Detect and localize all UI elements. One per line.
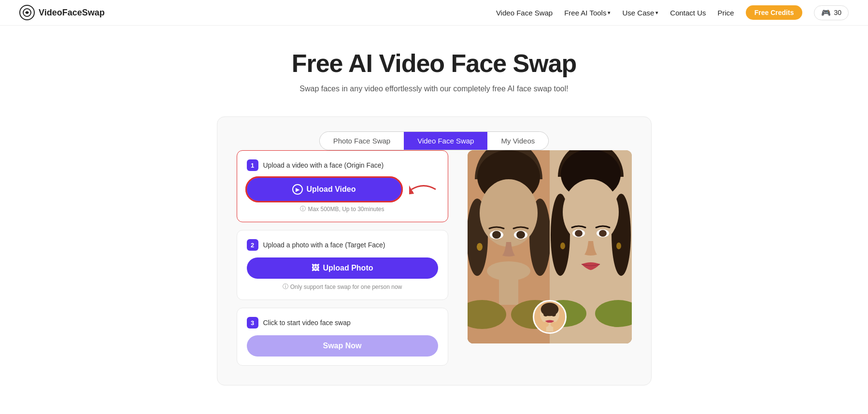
svg-point-37 bbox=[543, 313, 548, 316]
upload-photo-icon: 🖼 bbox=[312, 264, 319, 272]
step-1-hint: ⓘ Max 500MB, Up to 30minutes bbox=[247, 205, 438, 213]
step-3-title: Click to start video face swap bbox=[263, 319, 351, 327]
svg-point-16 bbox=[477, 243, 483, 251]
credits-icon: 🎮 bbox=[821, 8, 831, 17]
svg-point-26 bbox=[575, 230, 583, 237]
step-3-header: 3 Click to start video face swap bbox=[247, 317, 438, 328]
step-1-header: 1 Upload a video with a face (Origin Fac… bbox=[247, 159, 438, 171]
step-2-hint: ⓘ Only support face swap for one person … bbox=[247, 283, 438, 291]
step-3-card: 3 Click to start video face swap Swap No… bbox=[237, 308, 448, 366]
nav-contact-us[interactable]: Contact Us bbox=[670, 9, 706, 17]
credits-count: 30 bbox=[834, 9, 841, 16]
swap-now-button[interactable]: Swap Now bbox=[247, 335, 438, 357]
upload-video-button[interactable]: ▶ Upload Video bbox=[247, 178, 401, 201]
step-2-header: 2 Upload a photo with a face (Target Fac… bbox=[247, 239, 438, 251]
hero-section: Free AI Video Face Swap Swap faces in an… bbox=[0, 26, 868, 105]
step-2-title: Upload a photo with a face (Target Face) bbox=[263, 241, 385, 249]
logo[interactable]: VideoFaceSwap bbox=[19, 5, 105, 20]
svg-point-36 bbox=[541, 303, 558, 316]
svg-point-8 bbox=[480, 179, 538, 247]
tab-my-videos[interactable]: My Videos bbox=[487, 132, 548, 150]
step-3-number: 3 bbox=[247, 317, 258, 328]
hero-subtitle: Swap faces in any video effortlessly wit… bbox=[10, 85, 858, 93]
steps-column: 1 Upload a video with a face (Origin Fac… bbox=[237, 150, 448, 366]
svg-point-12 bbox=[516, 231, 525, 239]
svg-point-24 bbox=[563, 179, 619, 245]
overlay-face-circle bbox=[533, 300, 567, 334]
play-icon: ▶ bbox=[292, 184, 303, 195]
info-icon-1: ⓘ bbox=[300, 205, 306, 213]
nav-video-face-swap[interactable]: Video Face Swap bbox=[496, 9, 553, 17]
nav-use-case[interactable]: Use Case bbox=[622, 9, 658, 17]
preview-column bbox=[468, 150, 632, 343]
tab-photo-face-swap[interactable]: Photo Face Swap bbox=[320, 132, 404, 150]
svg-point-40 bbox=[541, 322, 549, 327]
nav-links: Video Face Swap Free AI Tools Use Case C… bbox=[496, 5, 849, 20]
logo-text: VideoFaceSwap bbox=[39, 8, 105, 18]
tabs: Photo Face Swap Video Face Swap My Video… bbox=[319, 131, 549, 150]
tool-content: 1 Upload a video with a face (Origin Fac… bbox=[237, 150, 632, 366]
hero-title: Free AI Video Face Swap bbox=[10, 49, 858, 78]
svg-rect-29 bbox=[582, 275, 599, 303]
step-2-card: 2 Upload a photo with a face (Target Fac… bbox=[237, 230, 448, 300]
tabs-wrapper: Photo Face Swap Video Face Swap My Video… bbox=[237, 131, 632, 150]
tool-container: Photo Face Swap Video Face Swap My Video… bbox=[217, 116, 652, 385]
svg-point-41 bbox=[550, 322, 557, 327]
svg-point-32 bbox=[560, 243, 565, 249]
svg-point-33 bbox=[616, 243, 621, 249]
credits-counter[interactable]: 🎮 30 bbox=[814, 5, 849, 20]
svg-point-28 bbox=[599, 230, 607, 237]
navbar: VideoFaceSwap Video Face Swap Free AI To… bbox=[0, 0, 868, 26]
upload-photo-label: Upload Photo bbox=[323, 264, 373, 272]
svg-point-38 bbox=[551, 313, 555, 316]
preview-images bbox=[468, 150, 632, 343]
red-arrow-icon bbox=[409, 180, 438, 199]
info-icon-2: ⓘ bbox=[283, 283, 288, 291]
step-2-number: 2 bbox=[247, 239, 258, 251]
swap-now-label: Swap Now bbox=[323, 342, 361, 350]
svg-point-17 bbox=[487, 261, 530, 281]
step-1-number: 1 bbox=[247, 159, 258, 171]
svg-point-10 bbox=[492, 231, 501, 239]
step-1-card: 1 Upload a video with a face (Origin Fac… bbox=[237, 150, 448, 222]
nav-free-ai-tools[interactable]: Free AI Tools bbox=[564, 9, 611, 17]
free-credits-button[interactable]: Free Credits bbox=[746, 5, 803, 20]
upload-video-label: Upload Video bbox=[307, 185, 356, 194]
tab-video-face-swap[interactable]: Video Face Swap bbox=[404, 132, 487, 150]
step-1-title: Upload a video with a face (Origin Face) bbox=[263, 161, 384, 169]
logo-icon bbox=[19, 5, 35, 20]
upload-photo-button[interactable]: 🖼 Upload Photo bbox=[247, 257, 438, 279]
nav-price[interactable]: Price bbox=[718, 9, 734, 17]
